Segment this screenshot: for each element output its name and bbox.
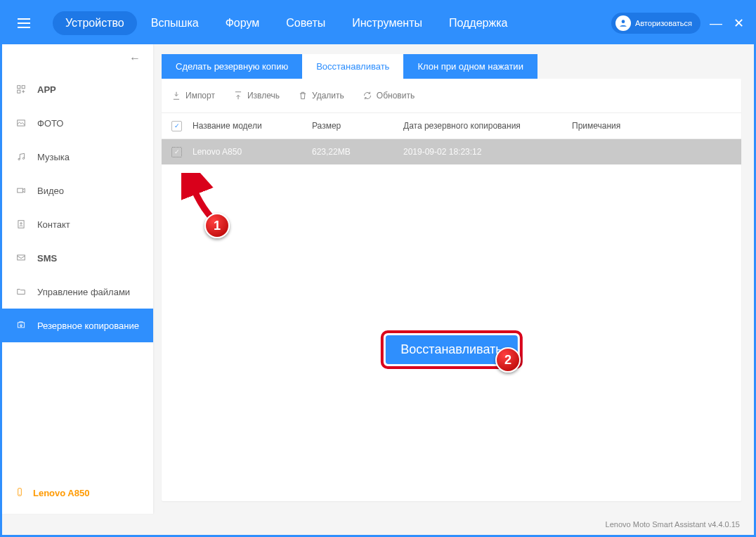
music-icon [15,150,27,163]
main: Сделать резервную копию Восстанавливать … [153,44,754,514]
phone-icon [15,487,25,499]
contact-icon [15,218,27,231]
restore-highlight: Восстанавливать [380,330,522,369]
device-label: Lenovo A850 [33,488,89,498]
toolbar: Импорт Извлечь Удалить Обновить [162,79,741,112]
sidebar-item-files[interactable]: Управление файлами [2,275,153,309]
cell-date: 2019-09-02 18:23:12 [403,147,572,157]
cell-size: 623,22MB [312,147,403,157]
col-size[interactable]: Размер [312,121,403,131]
table-header: ✓ Название модели Размер Дата резервного… [162,112,741,139]
sidebar-item-contact[interactable]: Контакт [2,207,153,241]
user-icon [615,15,631,31]
tab-backup[interactable]: Сделать резервную копию [162,54,302,79]
sidebar-items: APP ФОТО Музыка Видео Контакт [2,72,153,472]
nav-tools[interactable]: Инструменты [339,11,435,35]
sidebar-item-backup[interactable]: Резервное копирование [2,309,153,342]
svg-rect-2 [22,86,25,89]
connected-device[interactable]: Lenovo A850 [2,472,153,514]
top-right: Авторизоваться — ✕ [611,2,745,44]
sidebar-item-sms[interactable]: SMS [2,241,153,275]
status-text: Lenovo Moto Smart Assistant v4.4.0.15 [606,520,740,529]
tab-restore[interactable]: Восстанавливать [302,54,403,79]
toolbar-delete[interactable]: Удалить [298,91,344,101]
nav-tips[interactable]: Советы [273,11,338,35]
video-icon [15,184,27,197]
menu-icon[interactable] [18,13,39,34]
svg-point-5 [18,158,20,160]
nav-flash[interactable]: Вспышка [138,11,211,35]
toolbar-extract[interactable]: Извлечь [233,91,280,101]
table-row[interactable]: ✓ Lenovo A850 623,22MB 2019-09-02 18:23:… [162,139,741,164]
nav-device[interactable]: Устройство [53,11,137,35]
svg-rect-7 [18,188,23,193]
nav-support[interactable]: Поддержка [436,11,520,35]
toolbar-import[interactable]: Импорт [171,91,215,101]
cell-name: Lenovo A850 [193,147,312,157]
select-all-checkbox[interactable]: ✓ [171,121,182,131]
sidebar-label: Видео [37,186,64,196]
photo-icon [15,117,27,129]
svg-point-6 [22,157,24,159]
files-icon [15,285,27,298]
minimize-button[interactable]: — [709,16,723,31]
sidebar-item-music[interactable]: Музыка [2,140,153,174]
row-checkbox[interactable]: ✓ [171,147,182,157]
app-window: Устройство Вспышка Форум Советы Инструме… [0,0,756,537]
svg-point-0 [622,20,625,23]
sidebar-label: SMS [37,253,57,264]
sidebar-label: ФОТО [37,118,63,129]
restore-button[interactable]: Восстанавливать [385,335,517,364]
close-button[interactable]: ✕ [731,15,745,31]
body: ← APP ФОТО Музыка Видео [2,44,754,514]
status-bar: Lenovo Moto Smart Assistant v4.4.0.15 [2,514,754,535]
sidebar-item-app[interactable]: APP [2,72,153,106]
col-notes[interactable]: Примечания [572,121,731,131]
sidebar-back-icon[interactable]: ← [2,44,153,72]
sidebar-label: Управление файлами [37,287,130,297]
nav-forum[interactable]: Форум [213,11,273,35]
sidebar-item-photo[interactable]: ФОТО [2,106,153,140]
svg-point-13 [19,493,20,494]
sidebar-label: Музыка [37,152,70,162]
sidebar-item-video[interactable]: Видео [2,174,153,207]
tab-clone[interactable]: Клон при одном нажатии [403,54,537,79]
sidebar-label: APP [37,84,56,95]
sms-icon [15,252,27,264]
sidebar-label: Резервное копирование [37,321,139,331]
svg-rect-1 [18,86,20,89]
sidebar: ← APP ФОТО Музыка Видео [2,44,153,514]
toolbar-refresh[interactable]: Обновить [363,91,415,101]
login-label: Авторизоваться [635,19,692,27]
tabs: Сделать резервную копию Восстанавливать … [162,54,741,79]
top-bar: Устройство Вспышка Форум Советы Инструме… [2,2,754,44]
apps-icon [15,83,27,96]
panel: Импорт Извлечь Удалить Обновить ✓ Назван… [162,79,741,501]
col-date[interactable]: Дата резервного копирования [403,121,572,131]
svg-rect-10 [18,255,25,260]
svg-rect-3 [18,90,20,93]
backup-icon [15,319,27,332]
sidebar-label: Контакт [37,219,70,230]
login-button[interactable]: Авторизоваться [611,13,700,34]
svg-point-9 [20,223,22,224]
col-name[interactable]: Название модели [193,121,312,131]
